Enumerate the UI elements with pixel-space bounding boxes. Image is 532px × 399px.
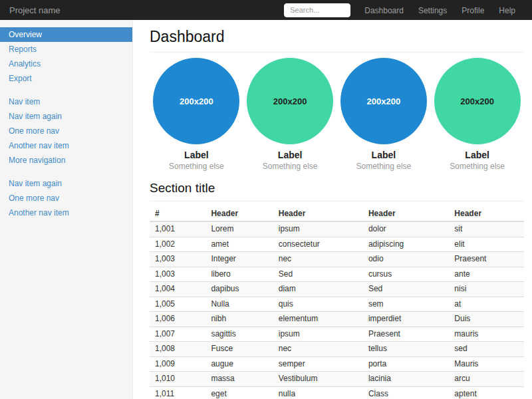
- sidebar-item-nav-item-again[interactable]: Nav item again: [0, 109, 132, 124]
- table-cell: Nulla: [205, 297, 273, 312]
- placeholder-circle: 200x200: [434, 58, 521, 144]
- table-cell: Praesent: [363, 327, 449, 342]
- nav-link-settings[interactable]: Settings: [411, 6, 454, 15]
- sidebar-item-one-more-nav[interactable]: One more nav: [0, 191, 132, 205]
- table-header-cell: Header: [205, 207, 273, 221]
- table-cell: 1,006: [150, 312, 205, 327]
- table-cell: 1,004: [150, 282, 205, 297]
- table-cell: diam: [273, 282, 363, 297]
- table-row: 1,010massaVestibulumlaciniaarcu: [150, 372, 524, 387]
- placeholder-circle: 200x200: [153, 58, 239, 144]
- nav-link-help[interactable]: Help: [491, 6, 523, 15]
- table-cell: 1,002: [150, 237, 205, 252]
- table-cell: massa: [205, 372, 273, 387]
- sidebar-item-one-more-nav[interactable]: One more nav: [0, 124, 132, 138]
- data-table: #HeaderHeaderHeaderHeader 1,001Loremipsu…: [150, 207, 524, 399]
- table-cell: at: [449, 297, 524, 312]
- table-cell: nisi: [449, 282, 524, 297]
- card-label: Label: [150, 150, 243, 160]
- sidebar-item-analytics[interactable]: Analytics: [0, 57, 132, 71]
- table-cell: ipsum: [273, 327, 363, 342]
- table-row: 1,009auguesemperportaMauris: [150, 356, 524, 372]
- table-cell: tellus: [363, 342, 449, 357]
- table-cell: dapibus: [205, 282, 273, 297]
- placeholder-card: 200x200LabelSomething else: [430, 58, 524, 171]
- sidebar-item-nav-item[interactable]: Nav item: [0, 94, 132, 109]
- table-cell: Praesent: [449, 252, 524, 267]
- sidebar-item-another-nav-item[interactable]: Another nav item: [0, 205, 132, 220]
- navbar-right: DashboardSettingsProfileHelp: [284, 3, 523, 17]
- table-header-cell: Header: [273, 207, 363, 221]
- table-cell: ante: [449, 267, 524, 282]
- sidebar-group: Nav itemNav item againOne more navAnothe…: [0, 94, 132, 168]
- sidebar-item-another-nav-item[interactable]: Another nav item: [0, 138, 132, 153]
- brand[interactable]: Project name: [9, 5, 61, 15]
- navbar-links: DashboardSettingsProfileHelp: [357, 4, 523, 16]
- table-cell: nec: [273, 342, 363, 357]
- placeholder-card: 200x200LabelSomething else: [150, 58, 243, 171]
- table-cell: odio: [363, 252, 449, 267]
- table-cell: 1,009: [150, 356, 205, 372]
- table-cell: 1,005: [150, 297, 205, 312]
- table-cell: 1,001: [150, 221, 205, 237]
- table-header-cell: Header: [363, 207, 449, 221]
- table-cell: Class: [363, 386, 449, 399]
- sidebar-item-overview[interactable]: Overview: [0, 27, 132, 42]
- table-body: 1,001Loremipsumdolorsit1,002ametconsecte…: [150, 221, 524, 399]
- table-cell: elit: [449, 237, 524, 252]
- table-row: 1,008Fuscenectellussed: [150, 342, 524, 357]
- table-header-row: #HeaderHeaderHeaderHeader: [150, 207, 524, 221]
- table-row: 1,005Nullaquissemat: [150, 297, 524, 312]
- table-cell: imperdiet: [363, 312, 449, 327]
- placeholder-cards: 200x200LabelSomething else200x200LabelSo…: [150, 58, 524, 171]
- table-cell: Vestibulum: [273, 372, 363, 387]
- table-row: 1,007sagittisipsumPraesentmauris: [150, 327, 524, 342]
- section-title: Section title: [150, 181, 524, 201]
- nav-link-profile[interactable]: Profile: [454, 6, 491, 15]
- table-cell: sem: [363, 297, 449, 312]
- table-cell: nibh: [205, 312, 273, 327]
- search-input[interactable]: [284, 3, 350, 17]
- sidebar-item-more-navigation[interactable]: More navigation: [0, 153, 132, 168]
- table-cell: Sed: [363, 282, 449, 297]
- table-cell: Mauris: [449, 356, 524, 372]
- sidebar-item-nav-item-again[interactable]: Nav item again: [0, 176, 132, 191]
- table-row: 1,004dapibusdiamSednisi: [150, 282, 524, 297]
- table-cell: 1,007: [150, 327, 205, 342]
- table-cell: nulla: [273, 386, 363, 399]
- table-cell: dolor: [363, 221, 449, 237]
- table-header-cell: Header: [449, 207, 524, 221]
- table-row: 1,003liberoSedcursusante: [150, 267, 524, 282]
- sidebar-item-export[interactable]: Export: [0, 71, 132, 86]
- card-sublabel: Something else: [243, 162, 337, 171]
- card-sublabel: Something else: [150, 162, 243, 171]
- table-cell: quis: [273, 297, 363, 312]
- table-cell: mauris: [449, 327, 524, 342]
- card-label: Label: [243, 150, 337, 160]
- table-cell: 1,011: [150, 386, 205, 399]
- table-cell: 1,003: [150, 267, 205, 282]
- table-cell: elementum: [273, 312, 363, 327]
- sidebar: OverviewReportsAnalyticsExportNav itemNa…: [0, 20, 133, 399]
- table-cell: Sed: [273, 267, 363, 282]
- table-row: 1,002ametconsecteturadipiscingelit: [150, 237, 524, 252]
- table-cell: Fusce: [205, 342, 273, 357]
- placeholder-card: 200x200LabelSomething else: [243, 58, 337, 171]
- placeholder-circle: 200x200: [340, 58, 427, 144]
- table-cell: cursus: [363, 267, 449, 282]
- placeholder-card: 200x200LabelSomething else: [337, 58, 431, 171]
- table-row: 1,011egetnullaClassaptent: [150, 386, 524, 399]
- table-row: 1,003IntegernecodioPraesent: [150, 252, 524, 267]
- card-label: Label: [430, 150, 524, 160]
- table-cell: libero: [205, 267, 273, 282]
- table-cell: Duis: [449, 312, 524, 327]
- placeholder-circle: 200x200: [247, 58, 333, 144]
- table-cell: aptent: [449, 386, 524, 399]
- sidebar-group: OverviewReportsAnalyticsExport: [0, 27, 132, 86]
- table-cell: adipiscing: [363, 237, 449, 252]
- table-cell: Integer: [205, 252, 273, 267]
- table-cell: sagittis: [205, 327, 273, 342]
- card-sublabel: Something else: [430, 162, 524, 171]
- sidebar-item-reports[interactable]: Reports: [0, 42, 132, 57]
- nav-link-dashboard[interactable]: Dashboard: [357, 6, 411, 15]
